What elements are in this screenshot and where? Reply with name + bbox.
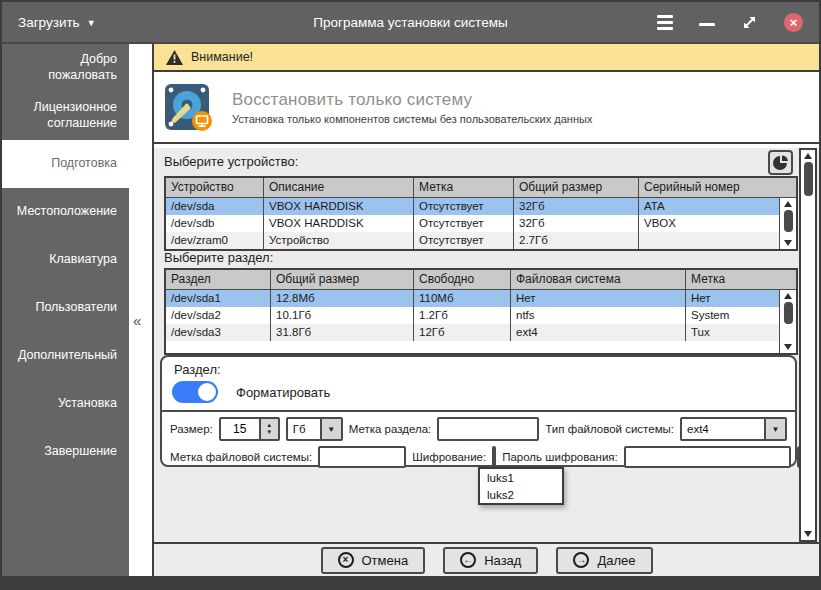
scrollbar-thumb[interactable] — [804, 162, 813, 196]
warning-icon — [166, 50, 183, 65]
cell-label: Отсутствует — [414, 198, 514, 215]
harddisk-icon — [164, 83, 218, 131]
spin-down-icon[interactable]: ▼ — [266, 429, 272, 436]
fs-label-label: Метка файловой системы: — [170, 451, 312, 463]
preparation-panel: Выберите устройство: Устройство Описание… — [154, 148, 819, 542]
scroll-up-icon[interactable] — [784, 201, 792, 207]
format-toggle[interactable] — [172, 381, 218, 403]
next-button[interactable]: → Далее — [556, 547, 652, 574]
fs-label-input[interactable] — [318, 446, 406, 468]
cell-fs: ntfs — [511, 307, 686, 324]
scroll-down-icon[interactable] — [804, 531, 812, 537]
password-label: Пароль шифрования: — [502, 451, 618, 463]
scroll-up-icon[interactable] — [784, 293, 792, 299]
cell-device: /dev/sdb — [166, 215, 264, 232]
scroll-down-icon[interactable] — [784, 344, 792, 350]
load-button[interactable]: Загрузить ▼ — [18, 15, 96, 30]
partition-row-sda2[interactable]: /dev/sda2 10.1Гб 1.2Гб ntfs System — [166, 307, 779, 324]
chevron-down-icon[interactable]: ▼ — [764, 419, 785, 439]
collapse-sidebar-icon[interactable]: « — [133, 312, 141, 329]
sidebar-item-users[interactable]: Пользователи — [2, 284, 129, 332]
format-row: Форматировать — [172, 381, 787, 403]
encryption-label: Шифрование: — [412, 451, 486, 463]
spinner-buttons[interactable]: ▲ ▼ — [259, 419, 278, 439]
encryption-dropdown: luks1 luks2 — [478, 467, 564, 505]
warning-text: Внимание! — [191, 50, 253, 64]
fs-type-select[interactable]: ext4 ▼ — [680, 417, 787, 441]
cell-free: 110Мб — [414, 290, 511, 307]
sidebar-item-additional[interactable]: Дополнительный — [2, 332, 129, 380]
cell-description: Устройство — [264, 232, 414, 249]
cancel-icon: × — [338, 552, 354, 568]
disk-usage-button[interactable] — [768, 150, 793, 175]
panel-scrollbar[interactable] — [799, 148, 817, 542]
column-header[interactable]: Метка — [686, 270, 796, 289]
device-table-scrollbar[interactable] — [779, 198, 796, 249]
cell-size: 32Гб — [514, 198, 639, 215]
form-row-2: Метка файловой системы: Шифрование: Откл… — [170, 446, 787, 468]
cell-device: /dev/sda — [166, 198, 264, 215]
sidebar-item-license[interactable]: Лицензионное соглашение — [2, 92, 129, 140]
minimize-button[interactable] — [699, 23, 715, 26]
back-button-label: Назад — [484, 553, 521, 568]
unit-select[interactable]: Гб ▼ — [286, 417, 343, 441]
sidebar-item-location[interactable]: Местоположение — [2, 188, 129, 236]
cell-partition: /dev/sda2 — [166, 307, 271, 324]
window-controls: × — [657, 13, 819, 32]
partition-label-input[interactable] — [437, 417, 539, 441]
partition-table: Раздел Общий размер Свободно Файловая си… — [164, 268, 798, 355]
warning-banner: Внимание! — [154, 44, 819, 72]
partition-row-sda1[interactable]: /dev/sda1 12.8Мб 110Мб Нет Нет — [166, 290, 779, 307]
chevron-down-icon: ▼ — [87, 17, 96, 28]
cell-size: 12.8Мб — [271, 290, 414, 307]
menu-button[interactable] — [657, 15, 673, 30]
device-row-sdb[interactable]: /dev/sdb VBOX HARDDISK Отсутствует 32Гб … — [166, 215, 779, 232]
close-button[interactable]: × — [784, 13, 803, 32]
cell-label: Отсутствует — [414, 215, 514, 232]
sidebar-item-finish[interactable]: Завершение — [2, 428, 129, 476]
column-header[interactable]: Раздел — [166, 270, 271, 289]
scrollbar-thumb[interactable] — [784, 302, 793, 324]
scrollbar-thumb[interactable] — [784, 210, 793, 232]
column-header[interactable]: Свободно — [414, 270, 511, 289]
cell-description: VBOX HARDDISK — [264, 215, 414, 232]
encryption-option-luks2[interactable]: luks2 — [480, 486, 562, 503]
page-header: Восстановить только систему Установка то… — [154, 72, 819, 144]
window-bottom-edge — [2, 576, 819, 588]
format-toggle-label: Форматировать — [236, 385, 330, 400]
scroll-down-icon[interactable] — [784, 240, 792, 246]
cell-partition: /dev/sda3 — [166, 324, 271, 341]
sidebar-gutter: « — [129, 44, 152, 576]
encryption-option-luks1[interactable]: luks1 — [480, 469, 562, 486]
size-input[interactable] — [221, 419, 259, 439]
cancel-button[interactable]: × Отмена — [321, 547, 426, 574]
partition-groupbox: Раздел: Форматировать Размер: ▲ ▼ — [160, 355, 797, 467]
encryption-select[interactable]: Отключено ▼ — [492, 446, 496, 468]
spin-up-icon[interactable]: ▲ — [266, 422, 272, 429]
column-header[interactable]: Общий размер — [514, 178, 639, 197]
sidebar-item-preparation[interactable]: Подготовка — [2, 140, 129, 188]
pie-chart-icon — [773, 155, 789, 171]
column-header[interactable]: Метка — [414, 178, 514, 197]
device-row-zram0[interactable]: /dev/zram0 Устройство Отсутствует 2.7Гб — [166, 232, 779, 249]
cell-serial: ATA — [639, 198, 779, 215]
column-header[interactable]: Устройство — [166, 178, 264, 197]
maximize-button[interactable] — [741, 14, 758, 31]
device-row-sda[interactable]: /dev/sda VBOX HARDDISK Отсутствует 32Гб … — [166, 198, 779, 215]
chevron-down-icon[interactable]: ▼ — [320, 419, 341, 439]
sidebar-item-welcome[interactable]: Добро пожаловать — [2, 44, 129, 92]
sidebar-item-install[interactable]: Установка — [2, 380, 129, 428]
scroll-up-icon[interactable] — [804, 153, 812, 159]
column-header[interactable]: Описание — [264, 178, 414, 197]
cell-free: 1.2Гб — [414, 307, 511, 324]
back-button[interactable]: ← Назад — [443, 547, 538, 574]
column-header[interactable]: Серийный номер — [639, 178, 796, 197]
encryption-password-input[interactable] — [624, 446, 791, 468]
partition-table-scrollbar[interactable] — [779, 290, 796, 353]
cell-free: 12Гб — [414, 324, 511, 341]
column-header[interactable]: Общий размер — [271, 270, 414, 289]
column-header[interactable]: Файловая система — [511, 270, 686, 289]
sidebar-item-keyboard[interactable]: Клавиатура — [2, 236, 129, 284]
partition-row-sda3[interactable]: /dev/sda3 31.8Гб 12Гб ext4 Tux — [166, 324, 779, 341]
cell-size: 32Гб — [514, 215, 639, 232]
